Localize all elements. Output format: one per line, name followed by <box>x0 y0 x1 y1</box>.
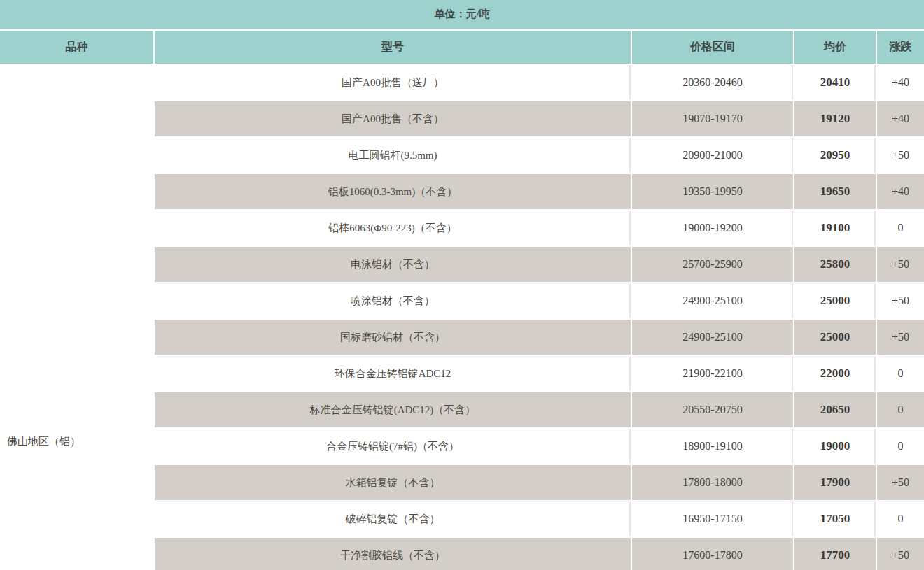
avg-price-cell: 25800 <box>794 246 876 283</box>
model-cell: 国产A00批售（不含） <box>154 101 631 137</box>
table-body: 佛山地区（铝）国产A00批售（送厂）20360-2046020410+40国产A… <box>0 64 924 570</box>
model-cell: 破碎铝复锭（不含） <box>154 501 631 537</box>
model-cell: 铝板1060(0.3-3mm)（不含） <box>154 173 631 210</box>
header-row: 品种 型号 价格区间 均价 涨跌 <box>0 31 924 64</box>
avg-price-cell: 20950 <box>794 137 876 173</box>
avg-price-cell: 20650 <box>794 392 876 428</box>
avg-price-cell: 19000 <box>794 428 876 464</box>
model-cell: 水箱铝复锭（不含） <box>154 464 631 501</box>
avg-price-cell: 19100 <box>794 210 876 246</box>
unit-label: 单位：元/吨 <box>434 8 489 21</box>
col-header-model: 型号 <box>154 31 631 64</box>
change-cell: 0 <box>876 210 924 246</box>
change-cell: +50 <box>876 537 924 570</box>
avg-price-cell: 19650 <box>794 173 876 210</box>
avg-price-cell: 22000 <box>794 355 876 392</box>
price-range-cell: 24900-25100 <box>631 319 794 355</box>
change-cell: 0 <box>876 392 924 428</box>
price-range-cell: 20550-20750 <box>631 392 794 428</box>
model-cell: 干净割胶铝线（不含） <box>154 537 631 570</box>
change-cell: +40 <box>876 101 924 137</box>
price-range-cell: 18900-19100 <box>631 428 794 464</box>
change-cell: +50 <box>876 464 924 501</box>
price-table: 品种 型号 价格区间 均价 涨跌 佛山地区（铝）国产A00批售（送厂）20360… <box>0 31 924 570</box>
price-range-cell: 17600-17800 <box>631 537 794 570</box>
change-cell: 0 <box>876 501 924 537</box>
model-cell: 电泳铝材（不含） <box>154 246 631 283</box>
model-cell: 喷涂铝材（不含） <box>154 283 631 319</box>
model-cell: 国标磨砂铝材（不含） <box>154 319 631 355</box>
col-header-price-range: 价格区间 <box>631 31 794 64</box>
price-range-cell: 20900-21000 <box>631 137 794 173</box>
price-range-cell: 25700-25900 <box>631 246 794 283</box>
price-range-cell: 20360-20460 <box>631 64 794 101</box>
table-row: 佛山地区（铝）国产A00批售（送厂）20360-2046020410+40 <box>0 64 924 101</box>
change-cell: +40 <box>876 173 924 210</box>
col-header-avg-price: 均价 <box>794 31 876 64</box>
change-cell: +50 <box>876 283 924 319</box>
avg-price-cell: 17700 <box>794 537 876 570</box>
change-cell: +50 <box>876 319 924 355</box>
model-cell: 标准合金压铸铝锭(ADC12)（不含） <box>154 392 631 428</box>
change-cell: +40 <box>876 64 924 101</box>
col-header-variety: 品种 <box>0 31 154 64</box>
price-range-cell: 24900-25100 <box>631 283 794 319</box>
price-range-cell: 19000-19200 <box>631 210 794 246</box>
avg-price-cell: 17900 <box>794 464 876 501</box>
avg-price-cell: 20410 <box>794 64 876 101</box>
price-range-cell: 17800-18000 <box>631 464 794 501</box>
avg-price-cell: 25000 <box>794 319 876 355</box>
unit-bar: 单位：元/吨 <box>0 0 924 31</box>
change-cell: +50 <box>876 246 924 283</box>
region-cell: 佛山地区（铝） <box>0 64 154 570</box>
price-range-cell: 19350-19950 <box>631 173 794 210</box>
avg-price-cell: 19120 <box>794 101 876 137</box>
model-cell: 环保合金压铸铝锭ADC12 <box>154 355 631 392</box>
price-range-cell: 21900-22100 <box>631 355 794 392</box>
avg-price-cell: 17050 <box>794 501 876 537</box>
model-cell: 电工圆铝杆(9.5mm) <box>154 137 631 173</box>
change-cell: +50 <box>876 137 924 173</box>
model-cell: 合金压铸铝锭(7#铝)（不含） <box>154 428 631 464</box>
model-cell: 国产A00批售（送厂） <box>154 64 631 101</box>
change-cell: 0 <box>876 355 924 392</box>
avg-price-cell: 25000 <box>794 283 876 319</box>
change-cell: 0 <box>876 428 924 464</box>
model-cell: 铝棒6063(Φ90-223)（不含） <box>154 210 631 246</box>
col-header-change: 涨跌 <box>876 31 924 64</box>
price-range-cell: 16950-17150 <box>631 501 794 537</box>
price-table-page: 单位：元/吨 品种 型号 价格区间 均价 涨跌 佛山地区（铝）国产A00批售（送… <box>0 0 924 570</box>
region-label: 佛山地区（铝） <box>7 435 80 448</box>
price-range-cell: 19070-19170 <box>631 101 794 137</box>
